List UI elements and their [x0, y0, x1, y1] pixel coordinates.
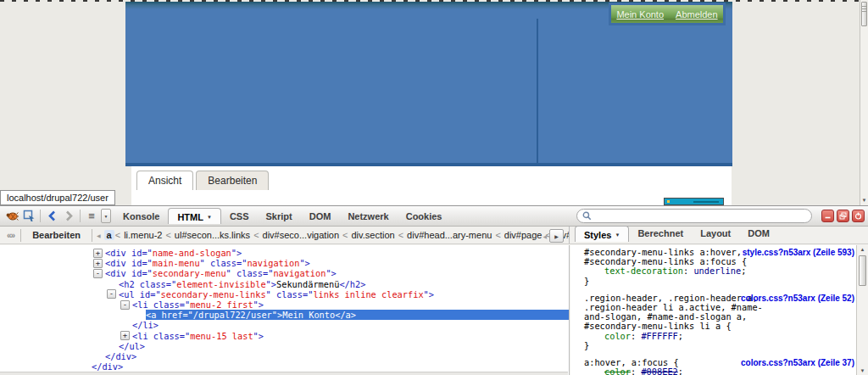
code-token: menu-15 last: [190, 331, 253, 341]
power-button[interactable]: [852, 210, 865, 222]
code-token: Sekundärmenü: [276, 279, 339, 289]
tree-row[interactable]: </div>: [0, 351, 569, 361]
breadcrumb-scroll-left-icon[interactable]: ◀: [97, 232, 101, 238]
tree-toggle-icon[interactable]: -: [120, 300, 130, 310]
detach-window-button[interactable]: [837, 210, 849, 222]
styles-scrollbar-thumb[interactable]: [859, 255, 866, 286]
tree-row[interactable]: </ul>: [0, 341, 569, 351]
tree-row[interactable]: -<li class="menu-2 first">: [0, 299, 569, 310]
browser-scrollbar[interactable]: ▼: [860, 0, 868, 205]
code-token: ">: [231, 248, 242, 258]
breadcrumb-item[interactable]: ul#secon...ks.links: [172, 230, 253, 240]
firebug-tab-dom[interactable]: DOM: [301, 208, 340, 225]
code-token: <a href=": [146, 310, 193, 320]
firebug-logo-icon[interactable]: [4, 209, 19, 224]
back-icon[interactable]: [44, 209, 59, 224]
breadcrumb: a<li.menu-2<ul#secon...ks.links<div#seco…: [104, 230, 569, 240]
edit-button[interactable]: Bearbeiten: [24, 228, 89, 242]
breadcrumb-separator: <: [115, 230, 120, 240]
code-token: </ul>: [119, 341, 145, 351]
search-input[interactable]: [595, 211, 806, 221]
html-tree: +<div id="name-and-slogan">+<div id="mai…: [0, 248, 569, 375]
code-token: <h2 class=": [119, 279, 176, 289]
scrollbar-up-icon[interactable]: ▲: [857, 247, 868, 252]
toolbar-options-icon[interactable]: ▼: [101, 209, 111, 223]
css-source-link[interactable]: style.css?n53arx (Zeile 593): [743, 248, 854, 257]
minimize-button[interactable]: [821, 210, 834, 222]
code-token: <div id=": [105, 248, 153, 258]
breadcrumb-item[interactable]: a: [104, 230, 114, 240]
tree-row[interactable]: <h2 class="element-invisible">Sekundärme…: [0, 279, 569, 289]
code-token: ">: [266, 279, 276, 289]
tree-toggle-icon[interactable]: +: [93, 249, 103, 258]
code-token: <div id=": [105, 258, 153, 268]
tree-toggle-icon[interactable]: +: [120, 331, 130, 340]
breadcrumb-item[interactable]: li.menu-2: [121, 230, 164, 240]
code-token: ">: [253, 299, 264, 310]
tree-row[interactable]: -<ul id="secondary-menu-links" class="li…: [0, 289, 569, 299]
code-token: secondary-menu-links: [161, 289, 266, 299]
breadcrumb-item[interactable]: div#head...ary-menu: [404, 230, 494, 240]
styles-scrollbar[interactable]: ▲ ▼: [856, 245, 868, 375]
scrollbar-down-icon[interactable]: ▼: [860, 198, 868, 203]
tree-row[interactable]: <a href="/drupal722/user">Mein Konto</a>: [0, 310, 569, 320]
css-declaration[interactable]: color: #008EE2;: [584, 367, 843, 375]
breadcrumb-separator: <: [398, 230, 403, 240]
styles-tab-layout[interactable]: Layout: [692, 225, 739, 242]
html-tree-panel: +<div id="name-and-slogan">+<div id="mai…: [0, 245, 570, 375]
account-link[interactable]: Abmelden: [676, 9, 718, 20]
css-property-name: text-decoration: [604, 266, 683, 276]
tree-row[interactable]: -<div id="secondary-menu" class="navigat…: [0, 268, 569, 278]
code-token: ">: [299, 258, 309, 268]
page-tab-bearbeiten[interactable]: Bearbeiten: [196, 171, 269, 190]
scrollbar-down-icon[interactable]: ▼: [857, 368, 868, 373]
firebug-tab-html[interactable]: HTML▼: [168, 208, 221, 224]
breadcrumb-separator: <: [165, 230, 170, 240]
breadcrumb-item[interactable]: div.section: [349, 230, 398, 240]
tree-row[interactable]: </li>: [0, 320, 569, 330]
firebug-tab-cookies[interactable]: Cookies: [398, 208, 451, 225]
account-links: Mein KontoAbmelden: [616, 9, 717, 20]
side-panel-tab-bar: Styles▼BerechnetLayoutDOM: [570, 227, 868, 243]
inspect-element-icon[interactable]: [21, 209, 36, 224]
styles-tab-styles[interactable]: Styles▼: [575, 226, 629, 242]
breadcrumb-prev-icon[interactable]: ◀: [542, 233, 547, 239]
tree-toggle-icon[interactable]: +: [93, 259, 103, 268]
css-declaration[interactable]: color: #FFFFFF;: [584, 332, 843, 341]
firebug-tab-konsole[interactable]: Konsole: [114, 208, 168, 225]
css-declaration[interactable]: text-decoration: underline;: [584, 266, 843, 276]
firebug-tab-skript[interactable]: Skript: [258, 208, 301, 225]
forward-icon[interactable]: [61, 209, 76, 224]
styles-tab-dom[interactable]: DOM: [739, 225, 778, 242]
firebug-tab-netzwerk[interactable]: Netzwerk: [339, 208, 397, 225]
style-tabs: Styles▼BerechnetLayoutDOM: [575, 223, 778, 243]
css-property-value: underline: [693, 266, 741, 276]
tree-row[interactable]: +<div id="name-and-slogan">: [0, 248, 569, 258]
firebug-tab-css[interactable]: CSS: [221, 208, 258, 225]
browser-scrollbar-thumb[interactable]: [861, 2, 867, 26]
tree-node-markup: <div id="name-and-slogan">: [105, 248, 569, 258]
tree-toggle-icon[interactable]: -: [107, 289, 116, 299]
breadcrumb-item[interactable]: div#page: [502, 230, 545, 240]
page-tab-ansicht[interactable]: Ansicht: [136, 171, 193, 190]
code-token: ">: [272, 310, 282, 320]
breadcrumb-next-button[interactable]: ▶: [549, 229, 564, 243]
styles-panel: style.css?n53arx (Zeile 593)#secondary-m…: [570, 245, 868, 375]
code-token: secondary-menu: [153, 268, 226, 278]
account-link[interactable]: Mein Konto: [616, 9, 664, 20]
css-property-value: #FFFFFF: [641, 331, 677, 341]
css-source-link[interactable]: colors.css?n53arx (Zeile 52): [741, 294, 854, 303]
code-token: /drupal722/user: [193, 310, 272, 320]
tree-row[interactable]: +<li class="menu-15 last">: [0, 331, 569, 341]
angle-brackets-icon[interactable]: «»: [7, 231, 14, 240]
css-rule: style.css?n53arx (Zeile 593)#secondary-m…: [584, 248, 843, 286]
tree-toggle-icon[interactable]: -: [93, 269, 103, 278]
breadcrumb-item[interactable]: div#seco...vigation: [260, 230, 342, 240]
code-token: " class=": [266, 289, 314, 299]
code-token: " class=": [200, 258, 248, 268]
tree-row[interactable]: +<div id="main-menu" class="navigation">: [0, 258, 569, 268]
styles-tab-berechnet[interactable]: Berechnet: [629, 225, 692, 242]
css-source-link[interactable]: colors.css?n53arx (Zeile 37): [741, 358, 854, 367]
tree-row[interactable]: </div>: [0, 361, 569, 372]
panel-list-icon[interactable]: ≡: [84, 209, 99, 224]
